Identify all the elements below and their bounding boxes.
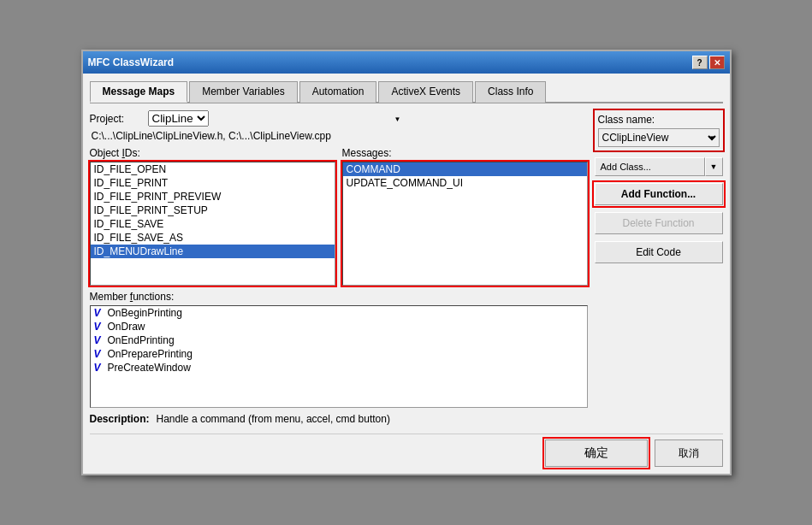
add-class-arrow-button[interactable]: ▼ [705,157,723,176]
class-name-select-wrapper: CClipLineView [598,128,720,147]
member-name: OnDraw [108,321,145,333]
list-item[interactable]: ID_FILE_PRINT_PREVIEW [91,190,335,204]
project-label: Project: [90,113,141,125]
list-item[interactable]: ID_FILE_PRINT_SETUP [91,204,335,217]
tab-member-variables[interactable]: Member Variables [189,81,297,103]
message-item-command[interactable]: COMMAND [343,162,587,176]
class-name-section: Class name: CClipLineView [595,110,723,150]
add-function-button[interactable]: Add Function... [595,183,723,205]
tab-automation[interactable]: Automation [299,81,377,103]
member-name: OnBeginPrinting [108,307,182,319]
member-item[interactable]: V OnDraw [91,320,587,333]
list-item[interactable]: ID_FILE_SAVE_AS [91,231,335,245]
member-item[interactable]: V OnBeginPrinting [91,306,587,320]
title-bar-buttons: ? ✕ [692,56,725,69]
path-text: C:\...\ClipLine\ClipLineView.h, C:\...\C… [90,130,588,142]
member-item[interactable]: V PreCreateWindow [91,361,587,375]
member-name: OnPreparePrinting [108,348,193,360]
list-item[interactable]: ID_FILE_SAVE [91,217,335,231]
member-name: PreCreateWindow [108,362,191,374]
object-ids-section: Object IDs: ID_FILE_OPEN ID_FILE_PRINT I… [90,147,335,286]
description-row: Description: Handle a command (from menu… [90,413,588,425]
object-ids-listbox[interactable]: ID_FILE_OPEN ID_FILE_PRINT ID_FILE_PRINT… [90,162,335,286]
list-item[interactable]: ID_FILE_PRINT [91,176,335,190]
list-item[interactable]: ID_FILE_OPEN [91,162,335,176]
left-panel: Project: ClipLine C:\...\ClipLine\ClipLi… [90,110,588,425]
description-label: Description: [90,413,150,425]
two-column-section: Object IDs: ID_FILE_OPEN ID_FILE_PRINT I… [90,147,588,286]
class-name-label: Class name: [598,114,720,126]
help-button[interactable]: ? [692,56,708,69]
class-name-select[interactable]: CClipLineView [598,128,720,147]
project-select[interactable]: ClipLine [148,110,209,127]
member-name: OnEndPrinting [108,334,175,346]
delete-function-button[interactable]: Delete Function [595,212,723,234]
member-functions-listbox[interactable]: V OnBeginPrinting V OnDraw V OnEndPrinti… [90,305,588,408]
messages-label: Messages: [342,147,588,159]
add-class-btn-group: Add Class... ▼ [595,157,723,176]
member-prefix: V [94,334,101,346]
member-prefix: V [94,362,101,374]
object-ids-label: Object IDs: [90,147,335,159]
member-functions-label: Member functions: [90,291,588,303]
tab-activex-events[interactable]: ActiveX Events [378,81,473,103]
main-area: Project: ClipLine C:\...\ClipLine\ClipLi… [90,110,723,425]
right-panel: Class name: CClipLineView Add Class... ▼… [595,110,723,425]
mfc-classwizard-dialog: MFC ClassWizard ? ✕ Message Maps Member … [81,50,732,475]
member-functions-section: Member functions: V OnBeginPrinting V On… [90,291,588,408]
member-item[interactable]: V OnPreparePrinting [91,347,587,361]
close-button[interactable]: ✕ [709,56,725,69]
message-item-update[interactable]: UPDATE_COMMAND_UI [343,176,587,190]
messages-listbox[interactable]: COMMAND UPDATE_COMMAND_UI [342,162,588,286]
project-row: Project: ClipLine [90,110,588,127]
description-text: Handle a command (from menu, accel, cmd … [157,413,390,425]
add-class-button[interactable]: Add Class... [595,157,705,176]
window-title: MFC ClassWizard [88,56,175,68]
ok-button[interactable]: 确定 [545,439,648,467]
messages-section: Messages: COMMAND UPDATE_COMMAND_UI [342,147,588,286]
tab-class-info[interactable]: Class Info [475,81,546,103]
cancel-button[interactable]: 取消 [655,439,723,467]
bottom-button-row: 确定 取消 [90,434,723,467]
tab-bar: Message Maps Member Variables Automation… [90,80,723,103]
project-select-wrapper: ClipLine [148,110,405,127]
title-bar: MFC ClassWizard ? ✕ [83,51,730,74]
member-prefix: V [94,307,101,319]
tab-message-maps[interactable]: Message Maps [90,81,188,103]
member-prefix: V [94,321,101,333]
member-item[interactable]: V OnEndPrinting [91,333,587,347]
edit-code-button[interactable]: Edit Code [595,241,723,263]
member-prefix: V [94,348,101,360]
dialog-content: Message Maps Member Variables Automation… [83,74,730,474]
list-item-selected[interactable]: ID_MENUDrawLine [91,245,335,258]
